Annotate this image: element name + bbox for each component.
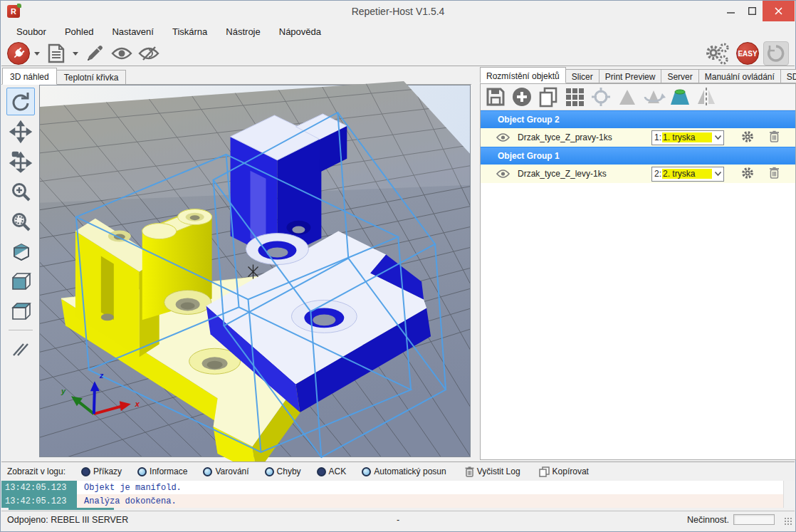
right-panel: Rozmístění objektů Slicer Print Preview … (480, 67, 796, 460)
move-object-button[interactable] (6, 147, 35, 175)
clear-log-label: Vyčistit Log (477, 466, 520, 476)
copy-object-button[interactable] (538, 86, 559, 108)
log-view[interactable]: 13:42:05.123 Objekt je manifold. 13:42:0… (1, 481, 795, 508)
easy-mode-button[interactable]: EASY (736, 42, 759, 65)
copy-log-label: Kopírovat (553, 466, 589, 476)
top-view-button[interactable] (6, 297, 35, 325)
toggle-commands[interactable]: Příkazy (81, 466, 122, 476)
mirror-object-button[interactable] (696, 86, 717, 108)
tab-sd-card[interactable]: SD karta (780, 69, 796, 83)
axis-z-label: z (99, 371, 104, 380)
toolstrip-divider (9, 330, 33, 330)
toggle-warnings[interactable]: Varování (203, 466, 248, 476)
toggle-info[interactable]: Informace (137, 466, 187, 476)
pan-view-button[interactable] (6, 118, 35, 145)
extruder-select[interactable]: 1: 1. tryska (651, 130, 724, 145)
center-object-button[interactable] (590, 86, 612, 108)
tab-print-preview[interactable]: Print Preview (599, 69, 662, 83)
object-placement-panel: Object Group 2 Drzak_tyce_Z_pravy-1ks 1:… (480, 83, 796, 460)
object-settings-button[interactable] (741, 167, 754, 182)
tab-temperature-curve[interactable]: Teplotní křivka (56, 70, 127, 85)
mirror-icon (696, 87, 716, 107)
toggle-autoscroll[interactable]: Automatický posun (362, 466, 446, 476)
zoom-in-button[interactable] (6, 177, 35, 205)
isometric-view-icon (10, 241, 31, 262)
menu-bar: Soubor Pohled Nastavení Tiskárna Nástroj… (1, 22, 795, 41)
zoom-in-icon (11, 182, 31, 202)
log-message: Analýza dokončena. (77, 496, 177, 506)
delete-object-button[interactable] (769, 130, 780, 145)
visibility-toggle[interactable] (495, 169, 510, 178)
rotate-view-button[interactable] (6, 88, 35, 115)
window-title: Repetier-Host V1.5.4 (1, 6, 795, 17)
parallel-projection-button[interactable] (6, 335, 35, 363)
close-button[interactable] (763, 1, 795, 21)
log-partial-row (9, 508, 114, 510)
isometric-view-button[interactable] (6, 237, 35, 265)
maximize-button[interactable] (741, 1, 763, 21)
load-dropdown-arrow[interactable] (73, 52, 78, 56)
resize-grip[interactable] (784, 517, 792, 526)
settings-button[interactable] (703, 41, 732, 66)
extruder-number: 2: (654, 169, 661, 179)
scale-icon (618, 88, 637, 106)
object-settings-button[interactable] (741, 130, 754, 145)
rotate-object-button[interactable] (643, 86, 664, 108)
toggle-errors[interactable]: Chyby (265, 466, 301, 476)
save-button[interactable] (485, 86, 506, 108)
front-view-button[interactable] (6, 267, 35, 295)
clear-log-button[interactable]: Vyčistit Log (465, 466, 520, 477)
delete-object-button[interactable] (769, 167, 780, 181)
menu-nastroje[interactable]: Nástroje (216, 24, 269, 40)
menu-soubor[interactable]: Soubor (7, 24, 56, 40)
connect-dropdown-arrow[interactable] (34, 52, 40, 56)
tab-object-placement[interactable]: Rozmístění objektů (480, 67, 566, 83)
menu-napoveda[interactable]: Nápověda (270, 24, 330, 40)
copy-log-button[interactable]: Kopírovat (539, 466, 589, 477)
object-row[interactable]: Drzak_tyce_Z_pravy-1ks 1: 1. tryska (481, 128, 795, 147)
gear-icon (741, 167, 754, 179)
scale-object-button[interactable] (617, 86, 638, 108)
tab-server[interactable]: Server (661, 69, 698, 83)
3d-viewport[interactable]: x y z (39, 85, 471, 457)
visibility-toggle[interactable] (495, 133, 510, 142)
toggle-indicator (362, 467, 371, 476)
printer-state: Nečinnost. (687, 515, 729, 525)
move-object-icon (11, 152, 31, 172)
load-button[interactable] (44, 41, 68, 66)
menu-nastaveni[interactable]: Nastavení (103, 24, 163, 40)
save-icon (486, 88, 505, 106)
cut-object-button[interactable] (669, 86, 691, 108)
document-icon (48, 43, 65, 63)
object-group-header[interactable]: Object Group 1 (481, 147, 795, 165)
vertical-splitter[interactable] (471, 67, 480, 460)
hide-travel-button[interactable] (137, 41, 161, 66)
show-filament-button[interactable] (110, 41, 134, 66)
emergency-stop-button[interactable] (763, 41, 789, 66)
toggle-label: Automatický posun (374, 466, 446, 476)
trash-icon (769, 167, 780, 179)
object-row[interactable]: Drzak_tyce_Z_levy-1ks 2: 2. tryska (481, 165, 795, 183)
auto-arrange-button[interactable] (564, 86, 585, 108)
add-object-button[interactable] (511, 86, 533, 108)
edit-button[interactable] (83, 41, 107, 66)
minimize-button[interactable] (720, 1, 741, 21)
connect-button[interactable] (7, 42, 30, 65)
log-timestamp: 13:42:05.123 (1, 494, 77, 508)
tab-manual-control[interactable]: Manuální ovládání (698, 69, 781, 83)
object-name: Drzak_tyce_Z_levy-1ks (518, 169, 607, 179)
menu-tiskarna[interactable]: Tiskárna (163, 24, 216, 40)
eye-slash-icon (138, 46, 159, 61)
object-group-header[interactable]: Object Group 2 (481, 110, 795, 128)
toggle-ack[interactable]: ACK (317, 466, 347, 476)
tab-3d-preview[interactable]: 3D náhled (2, 68, 57, 85)
zoom-fit-button[interactable] (6, 207, 35, 235)
log-scrollbar[interactable] (783, 481, 795, 508)
toggle-indicator (265, 467, 274, 476)
menu-pohled[interactable]: Pohled (56, 24, 103, 40)
tab-slicer[interactable]: Slicer (565, 69, 599, 83)
toggle-indicator (317, 467, 326, 476)
front-view-icon (10, 271, 31, 292)
gear-icon (741, 130, 754, 143)
extruder-select[interactable]: 2: 2. tryska (651, 167, 724, 182)
